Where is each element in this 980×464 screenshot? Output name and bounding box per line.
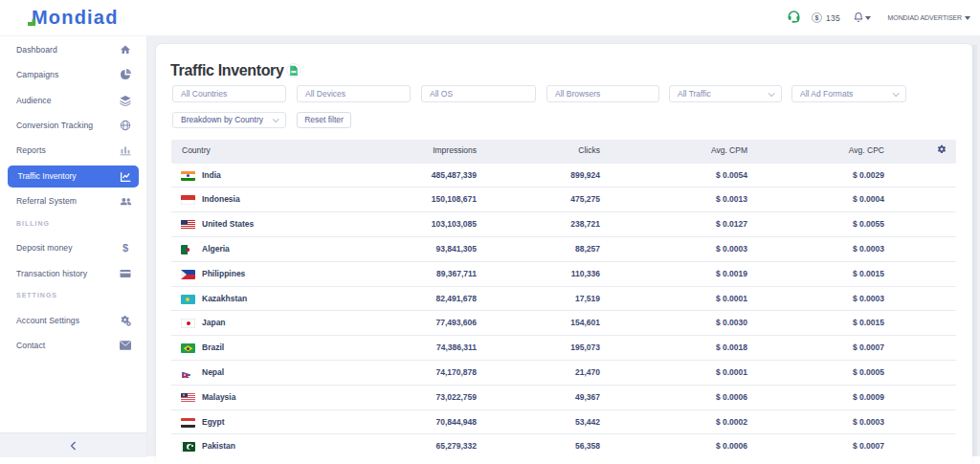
- svg-text:$: $: [815, 14, 819, 22]
